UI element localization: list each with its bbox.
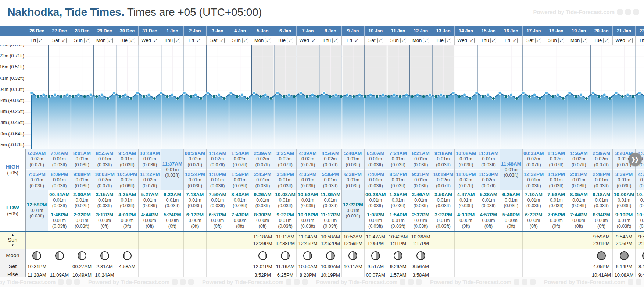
expand-day-button[interactable]: ⤢ [129, 38, 135, 43]
moonset-time-cell: 6:14PM [613, 262, 635, 271]
tide-time: 8:37PM [390, 171, 407, 177]
tide-height-m: 0.01m [392, 218, 405, 223]
low-tide-entry: 9:22PM0.01m(0.03ft) [274, 210, 296, 231]
low-tide-entry: 6:25AM0.01m(0.03ft) [500, 190, 522, 210]
expand-day-button[interactable]: ⤢ [37, 38, 43, 43]
sun-label-text: Sun [8, 237, 18, 243]
expand-day-button[interactable]: ⤢ [332, 38, 338, 43]
expand-day-button[interactable]: ⤢ [107, 38, 113, 43]
watermark-icon [294, 279, 300, 285]
high-tide-entry: 10:50PM0.02m(0.06ft) [116, 170, 138, 190]
tide-height-m: 0.01m [347, 177, 359, 183]
tide-height-m: 0.00m [459, 218, 472, 223]
y-axis-label: -0.02m (-0.06ft) [0, 98, 24, 103]
low-tide-entry: 5:38AM0.01m(0.03ft) [477, 190, 500, 210]
high-tide-point [358, 93, 361, 96]
high-tide-cell: 00:29AM0.02m(0.07ft)12:24PM0.01m(0.03ft) [184, 149, 206, 190]
expand-day-button[interactable]: ⤢ [512, 38, 518, 43]
expand-day-button[interactable]: ⤢ [445, 38, 451, 43]
tide-height-m: 0.01m [76, 156, 89, 162]
weekday-cell: Tue⤢ [116, 36, 139, 45]
expand-day-button[interactable]: ⤢ [603, 38, 609, 43]
high-tide-entry: 00:29AM0.02m(0.07ft) [184, 149, 206, 170]
tide-height-m: 0.01m [234, 177, 247, 183]
tide-height-m: 0.00m [121, 218, 134, 223]
expand-day-button[interactable]: ⤢ [535, 38, 541, 43]
high-tide-entry: 4:35PM0.01m(0.03ft) [297, 170, 319, 190]
tide-height-ft: (0.03ft) [210, 203, 225, 209]
expand-day-button[interactable]: ⤢ [61, 38, 67, 43]
high-tide-point [486, 93, 489, 96]
tide-height-ft: (0.07ft) [278, 162, 293, 168]
tide-time: 1:15AM [547, 150, 565, 156]
tide-time: 9:18AM [434, 150, 452, 156]
expand-day-button[interactable]: ⤢ [219, 38, 225, 43]
expand-day-button[interactable]: ⤢ [174, 38, 180, 43]
tide-height-ft: (0.03ft) [414, 203, 428, 209]
weekday-label: Wed [299, 38, 309, 43]
moon-row: Moon [0, 249, 644, 262]
expand-day-button[interactable]: ⤢ [490, 38, 496, 43]
tide-time: 2:39AM [254, 150, 272, 156]
tide-height-m: 0.01m [76, 198, 89, 203]
low-tide-cell: 2:46AM0.01m(0.03ft)2:37PM0.01m(0.03ft) [409, 190, 432, 231]
high-tide-point [498, 92, 501, 95]
moon-phase-cell [590, 249, 613, 262]
tide-height-m: 0.01m [505, 198, 518, 203]
tide-height-ft: (0.03ft) [436, 162, 451, 168]
moon-phase-cell [184, 249, 206, 262]
high-tide-entry: 11:48AM0.01m(0.03ft) [500, 149, 522, 190]
sunrise-time: 10:47AM [366, 234, 385, 240]
scroll-next-button[interactable]: ❯❯ [629, 153, 642, 166]
expand-day-button[interactable]: ⤢ [242, 38, 248, 43]
sunset-time: 12:38PM [276, 240, 295, 247]
moonset-row: Set 10:31PM00:27AM2:31AM4:58AM12:01PM11:… [0, 262, 644, 271]
tide-height-m: 0.02m [279, 156, 292, 162]
expand-day-button[interactable]: ⤢ [558, 38, 564, 43]
sun-times-cell [184, 232, 206, 249]
expand-day-button[interactable]: ⤢ [400, 38, 406, 43]
high-tide-point [217, 93, 220, 96]
tide-height-ft: (0.03ft) [481, 203, 496, 209]
expand-day-button[interactable]: ⤢ [196, 38, 201, 43]
tide-time: 12:32PM [523, 171, 544, 177]
high-tide-cell: 11:37AM0.01m(0.03ft) [161, 149, 184, 190]
tide-time: 5:38AM [480, 192, 497, 198]
sun-times-cell: 9:54AM2:06PM [613, 232, 635, 249]
high-tide-point [545, 92, 548, 95]
tide-time: 3:38PM [276, 171, 294, 177]
expand-day-button[interactable]: ⤢ [311, 38, 316, 43]
tide-height-m: 0.00m [482, 218, 495, 223]
expand-day-button[interactable]: ⤢ [84, 38, 90, 43]
watermark-text: Powered by Tide-Forecast.com [533, 9, 615, 15]
high-tide-point [100, 93, 103, 96]
sun-times-cell [455, 232, 477, 249]
high-tide-point [334, 93, 337, 96]
expand-day-button[interactable]: ⤢ [153, 38, 158, 43]
expand-day-button[interactable]: ⤢ [287, 38, 293, 43]
low-tide-point [329, 95, 332, 98]
tide-height-ft: (0.07ft) [436, 183, 451, 189]
expand-day-button[interactable]: ⤢ [265, 38, 271, 43]
watermark-bottom: Powered by Tide-Forecast.com [88, 279, 194, 285]
expand-day-button[interactable]: ⤢ [377, 38, 383, 43]
low-tide-point [562, 97, 565, 100]
date-header-cell: 20 Jan [590, 26, 613, 36]
sun-sort-down-icon[interactable]: ▼ [11, 244, 14, 247]
moon-phase-icon [326, 251, 335, 260]
expand-day-button[interactable]: ⤢ [627, 38, 633, 43]
sun-sort-up-icon[interactable]: ▲ [11, 234, 14, 237]
sun-times-cell [48, 232, 71, 249]
sunset-time: 2:11PM [638, 240, 644, 247]
expand-day-button[interactable]: ⤢ [354, 38, 359, 43]
high-tide-entry: 4:54AM0.02m(0.07ft) [319, 149, 341, 170]
expand-day-button[interactable]: ⤢ [581, 38, 587, 43]
tide-time: 3:17PM [96, 212, 113, 218]
expand-day-button[interactable]: ⤢ [423, 38, 429, 43]
tide-height-ft: (0.03ft) [120, 203, 135, 209]
tide-time: 7:59AM [209, 192, 226, 198]
expand-day-button[interactable]: ⤢ [469, 38, 475, 43]
weekday-label: Thu [165, 38, 173, 43]
tide-time: 2:32PM [73, 212, 90, 218]
tide-time: 1:54PM [390, 212, 407, 218]
